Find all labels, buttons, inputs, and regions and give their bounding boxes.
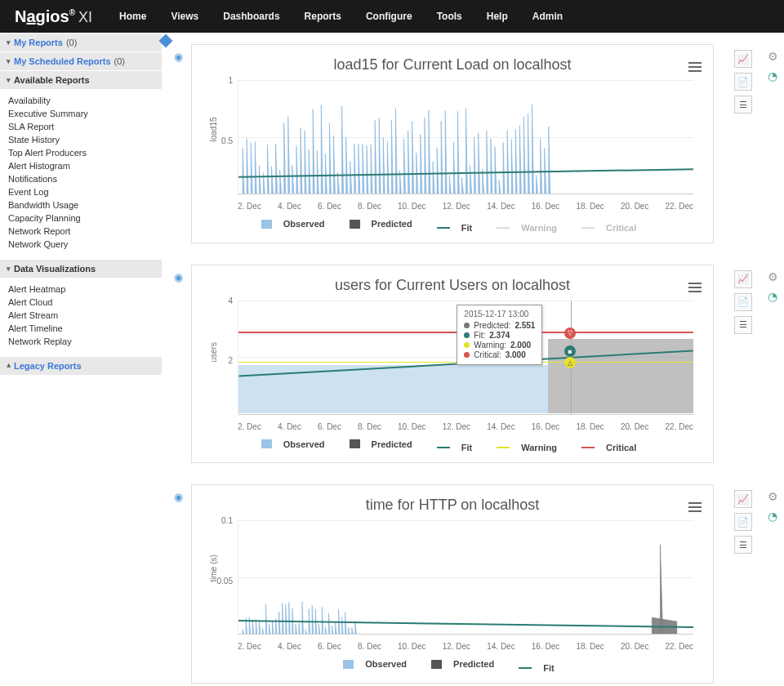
chart-card-http: ◉ time for HTTP on localhost time (s) 0.…: [191, 484, 714, 684]
chart-menu-icon[interactable]: [688, 280, 702, 295]
gear-icon[interactable]: ⚙: [768, 490, 778, 503]
chart-title: users for Current Users on localhost: [212, 277, 693, 294]
nav-tools[interactable]: Tools: [425, 0, 474, 33]
chart-legend: Observed Predicted Fit: [212, 659, 693, 673]
chart-card-load15: ◉ load15 for Current Load on localhost l…: [191, 44, 714, 243]
main-content: ◉ load15 for Current Load on localhost l…: [162, 33, 784, 686]
sidebar-item[interactable]: SLA Report: [0, 120, 162, 133]
sidebar-available-reports[interactable]: ▾Available Reports: [0, 70, 162, 89]
sidebar-item[interactable]: Executive Summary: [0, 107, 162, 120]
chart-title: load15 for Current Load on localhost: [212, 56, 693, 74]
critical-marker-icon: ▽: [564, 327, 576, 339]
pin-icon[interactable]: ◉: [174, 491, 183, 503]
gear-icon[interactable]: ⚙: [768, 50, 778, 63]
chart-type-icon[interactable]: 📈: [734, 490, 752, 508]
nav-views[interactable]: Views: [158, 0, 211, 33]
sidebar-item[interactable]: Network Query: [0, 238, 162, 251]
document-icon[interactable]: 📄: [734, 293, 752, 311]
nav-dashboards[interactable]: Dashboards: [211, 0, 292, 33]
top-nav: Nagios® XI HomeViewsDashboardsReportsCon…: [0, 0, 784, 33]
sidebar-item[interactable]: Availability: [0, 94, 162, 107]
fit-marker-icon: ■: [564, 345, 576, 357]
nav-home[interactable]: Home: [107, 0, 158, 33]
sidebar-item[interactable]: Alert Heatmap: [0, 283, 162, 296]
expand-tab-icon[interactable]: [159, 34, 173, 48]
sidebar-item[interactable]: Network Report: [0, 225, 162, 238]
sidebar-item[interactable]: Notifications: [0, 172, 162, 185]
sidebar-item[interactable]: Network Replay: [0, 335, 162, 348]
plot-area[interactable]: [238, 80, 693, 194]
list-icon[interactable]: ☰: [734, 316, 752, 334]
chart-add-icon[interactable]: ◔: [768, 290, 778, 303]
chart-type-icon[interactable]: 📈: [734, 270, 752, 288]
list-icon[interactable]: ☰: [734, 96, 752, 114]
sidebar-item[interactable]: Bandwidth Usage: [0, 198, 162, 212]
chart-type-icon[interactable]: 📈: [734, 50, 752, 68]
sidebar-item[interactable]: Alert Cloud: [0, 296, 162, 309]
pin-icon[interactable]: ◉: [174, 51, 183, 63]
chart-add-icon[interactable]: ◔: [768, 69, 778, 82]
gear-icon[interactable]: ⚙: [768, 270, 778, 283]
logo[interactable]: Nagios® XI: [0, 7, 107, 26]
chart-title: time for HTTP on localhost: [212, 497, 693, 514]
sidebar-item[interactable]: Event Log: [0, 185, 162, 198]
chart-card-users: ◉ users for Current Users on localhost u…: [191, 265, 714, 464]
sidebar-my-reports[interactable]: ▾My Reports (0): [0, 33, 162, 51]
pin-icon[interactable]: ◉: [174, 271, 183, 283]
document-icon[interactable]: 📄: [734, 73, 752, 91]
nav-admin[interactable]: Admin: [520, 0, 575, 33]
sidebar-item[interactable]: State History: [0, 133, 162, 146]
nav-configure[interactable]: Configure: [354, 0, 425, 33]
chart-menu-icon[interactable]: [688, 60, 702, 74]
chart-tooltip: 2015-12-17 13:00 Predicted: 2.551 Fit: 2…: [457, 305, 542, 365]
sidebar-my-scheduled[interactable]: ▾My Scheduled Reports (0): [0, 51, 162, 70]
plot-area[interactable]: ▽ ■ △ 2015-12-17 13:00 Predicted: 2.551 …: [238, 301, 693, 415]
sidebar-data-viz[interactable]: ▾Data Visualizations: [0, 259, 162, 278]
list-icon[interactable]: ☰: [734, 536, 752, 554]
sidebar-legacy-reports[interactable]: ▾Legacy Reports: [0, 356, 162, 375]
plot-area[interactable]: [238, 520, 693, 635]
chart-menu-icon[interactable]: [688, 500, 702, 514]
sidebar-item[interactable]: Alert Timeline: [0, 322, 162, 335]
sidebar-item[interactable]: Capacity Planning: [0, 212, 162, 225]
chart-legend: Observed Predicted Fit Warning Critical: [212, 439, 693, 453]
sidebar-item[interactable]: Alert Histogram: [0, 159, 162, 172]
chart-legend: Observed Predicted Fit Warning Critical: [212, 219, 693, 233]
sidebar: ▾My Reports (0) ▾My Scheduled Reports (0…: [0, 33, 162, 686]
nav-reports[interactable]: Reports: [292, 0, 354, 33]
document-icon[interactable]: 📄: [734, 513, 752, 531]
chart-add-icon[interactable]: ◔: [768, 510, 778, 523]
sidebar-item[interactable]: Top Alert Producers: [0, 146, 162, 159]
sidebar-item[interactable]: Alert Stream: [0, 309, 162, 322]
nav-help[interactable]: Help: [474, 0, 520, 33]
warning-marker-icon: △: [564, 357, 576, 368]
